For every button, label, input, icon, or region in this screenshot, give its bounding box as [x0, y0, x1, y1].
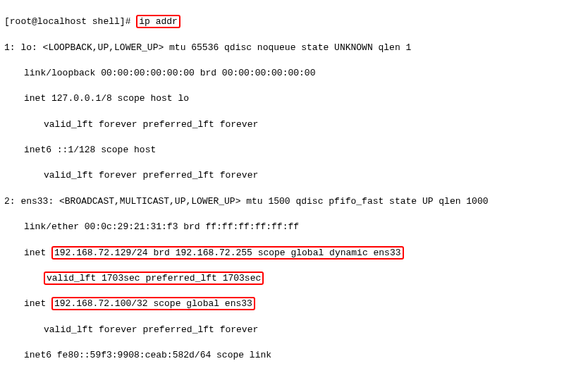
command-highlight-box: ip addr	[136, 15, 180, 28]
iface-lo-header: 1: lo: <LOOPBACK,UP,LOWER_UP> mtu 65536 …	[4, 42, 584, 54]
command-text: ip addr	[139, 16, 178, 27]
iface-ens33-header: 2: ens33: <BROADCAST,MULTICAST,UP,LOWER_…	[4, 195, 584, 208]
inet-prefix: inet	[24, 248, 51, 258]
iface-lo-valid-1: valid_lft forever preferred_lft forever	[4, 118, 584, 131]
inet-prefix-2: inet	[24, 298, 51, 309]
ip-primary: 192.168.72.129/24 brd 192.168.72.255 sco…	[54, 248, 400, 258]
iface-ens33-valid-2: valid_lft forever preferred_lft forever	[4, 324, 584, 336]
iface-ens33-inet-line: inet 192.168.72.129/24 brd 192.168.72.25…	[4, 247, 584, 260]
iface-ens33-valid-1: valid_lft 1703sec preferred_lft 1703sec	[4, 272, 584, 285]
ip-highlight-box-2: 192.168.72.100/32 scope global ens33	[51, 297, 255, 310]
iface-ens33-link: link/ether 00:0c:29:21:31:f3 brd ff:ff:f…	[4, 221, 584, 233]
prompt-prefix: [root@localhost shell]#	[4, 16, 136, 27]
ip-highlight-box-1: 192.168.72.129/24 brd 192.168.72.255 sco…	[51, 246, 403, 260]
iface-lo-link: link/loopback 00:00:00:00:00:00 brd 00:0…	[4, 67, 584, 80]
valid-lft-text: valid_lft 1703sec preferred_lft 1703sec	[47, 273, 261, 283]
iface-lo-inet: inet 127.0.0.1/8 scope host lo	[4, 92, 584, 105]
valid-highlight-box: valid_lft 1703sec preferred_lft 1703sec	[44, 272, 264, 285]
iface-lo-valid-2: valid_lft forever preferred_lft forever	[4, 169, 584, 182]
terminal-output[interactable]: [root@localhost shell]# ip addr 1: lo: <…	[4, 3, 584, 366]
ip-secondary: 192.168.72.100/32 scope global ens33	[54, 298, 252, 309]
iface-ens33-inet2-line: inet 192.168.72.100/32 scope global ens3…	[4, 298, 584, 310]
iface-lo-inet6: inet6 ::1/128 scope host	[4, 144, 584, 157]
prompt-line-1: [root@localhost shell]# ip addr	[4, 16, 584, 28]
iface-ens33-inet6-a: inet6 fe80::59f3:9908:ceab:582d/64 scope…	[4, 349, 584, 362]
